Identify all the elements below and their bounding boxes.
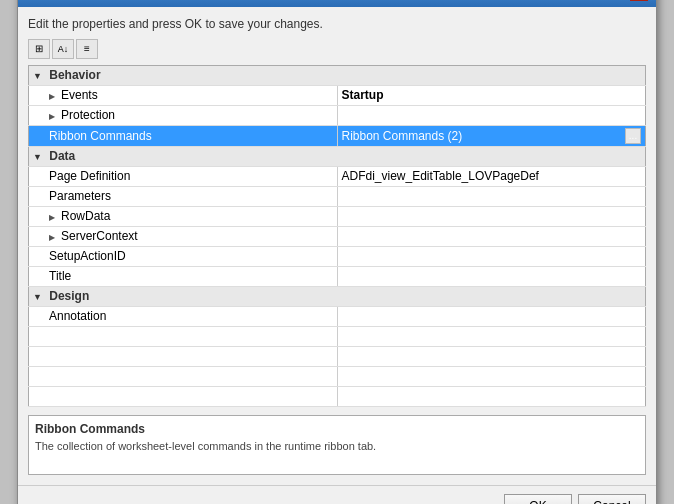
prop-name-server-context: ▶ServerContext (29, 226, 338, 246)
prop-name-protection: ▶Protection (29, 105, 338, 125)
prop-value-annotation (337, 306, 646, 326)
table-row[interactable]: ▶ServerContext (29, 226, 646, 246)
table-row[interactable]: Parameters (29, 186, 646, 206)
table-row[interactable]: Page Definition ADFdi_view_EditTable_LOV… (29, 166, 646, 186)
collapse-behavior-icon: ▼ (33, 71, 42, 81)
section-behavior[interactable]: ▼ Behavior (29, 65, 646, 85)
prop-name-annotation: Annotation (29, 306, 338, 326)
info-panel: Ribbon Commands The collection of worksh… (28, 415, 646, 475)
prop-name-rowdata: ▶RowData (29, 206, 338, 226)
prop-value-protection (337, 105, 646, 125)
ribbon-commands-value: Ribbon Commands (2) (342, 129, 463, 143)
dialog-footer: OK Cancel (18, 485, 656, 505)
prop-name-page-definition: Page Definition (29, 166, 338, 186)
table-row[interactable]: ▶Protection (29, 105, 646, 125)
prop-value-parameters (337, 186, 646, 206)
cancel-button[interactable]: Cancel (578, 494, 646, 505)
prop-value-ribbon-commands: Ribbon Commands (2) ... (337, 125, 646, 146)
ribbon-commands-ellipsis-button[interactable]: ... (625, 128, 641, 144)
toolbar-sort-button[interactable]: A↓ (52, 39, 74, 59)
prop-name-setup-action-id: SetupActionID (29, 246, 338, 266)
table-row-empty (29, 326, 646, 346)
table-row[interactable]: ▶Events Startup (29, 85, 646, 105)
table-row[interactable]: ▶RowData (29, 206, 646, 226)
toolbar-categorize-button[interactable]: ⊞ (28, 39, 50, 59)
table-row[interactable]: Annotation (29, 306, 646, 326)
section-design-label: Design (49, 289, 89, 303)
dialog-instruction: Edit the properties and press OK to save… (28, 17, 646, 31)
expand-servercontext-icon: ▶ (49, 233, 59, 243)
info-panel-description: The collection of worksheet-level comman… (35, 440, 639, 452)
toolbar: ⊞ A↓ ≡ (28, 39, 646, 59)
table-row-ribbon-commands[interactable]: Ribbon Commands Ribbon Commands (2) ... (29, 125, 646, 146)
collapse-data-icon: ▼ (33, 152, 42, 162)
prop-value-setup-action-id (337, 246, 646, 266)
title-bar-controls: ✕ (630, 0, 648, 1)
collapse-design-icon: ▼ (33, 292, 42, 302)
expand-protection-icon: ▶ (49, 112, 59, 122)
expand-events-icon: ▶ (49, 92, 59, 102)
dialog-body: Edit the properties and press OK to save… (18, 7, 656, 485)
ok-button[interactable]: OK (504, 494, 572, 505)
info-panel-title: Ribbon Commands (35, 422, 639, 436)
close-button[interactable]: ✕ (630, 0, 648, 1)
prop-value-events: Startup (337, 85, 646, 105)
table-row[interactable]: SetupActionID (29, 246, 646, 266)
expand-rowdata-icon: ▶ (49, 213, 59, 223)
prop-value-server-context (337, 226, 646, 246)
prop-name-parameters: Parameters (29, 186, 338, 206)
properties-table: ▼ Behavior ▶Events Startup ▶Protection (28, 65, 646, 407)
prop-value-rowdata (337, 206, 646, 226)
section-data-label: Data (49, 149, 75, 163)
dialog: Edit Worksheet Properties ✕ Edit the pro… (17, 0, 657, 504)
sort-icon: A↓ (58, 44, 69, 54)
section-behavior-label: Behavior (49, 68, 100, 82)
prop-value-title (337, 266, 646, 286)
filter-icon: ≡ (84, 43, 90, 54)
prop-name-events: ▶Events (29, 85, 338, 105)
categorize-icon: ⊞ (35, 43, 43, 54)
table-row-empty (29, 366, 646, 386)
prop-name-title: Title (29, 266, 338, 286)
table-row[interactable]: Title (29, 266, 646, 286)
prop-value-page-definition: ADFdi_view_EditTable_LOVPageDef (337, 166, 646, 186)
ribbon-commands-label: Ribbon Commands (49, 129, 152, 143)
events-value: Startup (342, 88, 384, 102)
section-design[interactable]: ▼ Design (29, 286, 646, 306)
table-row-empty (29, 386, 646, 406)
toolbar-filter-button[interactable]: ≡ (76, 39, 98, 59)
table-row-empty (29, 346, 646, 366)
prop-name-ribbon-commands: Ribbon Commands (29, 125, 338, 146)
section-data[interactable]: ▼ Data (29, 146, 646, 166)
